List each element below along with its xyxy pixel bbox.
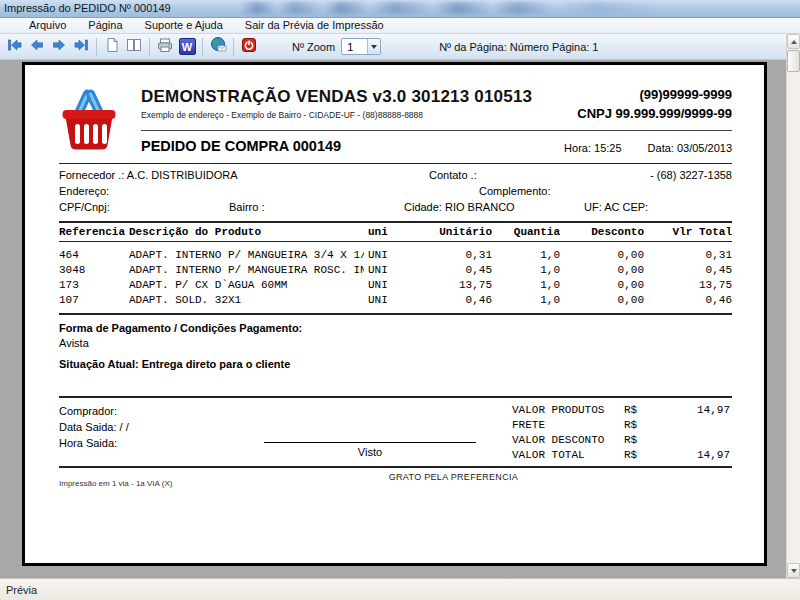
total-label: VALOR PRODUTOS: [512, 403, 624, 418]
last-page-button[interactable]: [70, 37, 92, 57]
payment-label: Forma de Pagamento / Condições Pagamento…: [59, 322, 732, 334]
cell-uni: UNI: [368, 263, 412, 278]
cell-total: 0,46: [648, 293, 732, 308]
first-page-icon: [7, 37, 23, 57]
toolbar-separator: [96, 38, 97, 56]
cell-disc: 0,00: [564, 293, 644, 308]
table-row: 173 ADAPT. P/ CX D`AGUA 60MM UNI 13,75 1…: [59, 278, 732, 293]
cell-unit: 0,45: [416, 263, 492, 278]
printer-icon: [157, 37, 173, 57]
col-uni: uni: [368, 226, 412, 238]
window-title: Impressão do PEDIDO Nº 000149: [4, 2, 171, 14]
export-word-button[interactable]: W: [176, 37, 198, 57]
total-label: VALOR DESCONTO: [512, 433, 624, 448]
vertical-scrollbar[interactable]: [786, 34, 800, 578]
print-copies-note: Impressão em 1 via - 1a VIA (X): [59, 479, 172, 488]
single-page-view-button[interactable]: [101, 37, 123, 57]
company-cnpj: CNPJ 99.999.999/9999-99: [577, 106, 732, 121]
total-currency: R$: [624, 448, 650, 463]
total-currency: R$: [624, 418, 650, 433]
totals-block: VALOR PRODUTOS R$ 14,97 FRETE R$ VALOR D…: [512, 403, 730, 463]
scroll-track[interactable]: [787, 72, 800, 563]
cell-disc: 0,00: [564, 263, 644, 278]
col-quantia: Quantia: [496, 226, 560, 238]
cell-desc: ADAPT. INTERNO P/ MANGUEIRA 3/4 X 1/2': [129, 248, 364, 263]
power-exit-icon: [241, 37, 257, 57]
cell-total: 0,45: [648, 263, 732, 278]
order-time: Hora: 15:25: [564, 142, 621, 154]
next-page-button[interactable]: [48, 37, 70, 57]
payment-section: Forma de Pagamento / Condições Pagamento…: [59, 322, 732, 370]
word-icon: W: [179, 38, 196, 55]
divider: [59, 466, 732, 468]
zoom-value: 1: [342, 41, 367, 53]
total-value: [650, 418, 730, 433]
table-row: 3048 ADAPT. INTERNO P/ MANGUEIRA ROSC. I…: [59, 263, 732, 278]
total-row: VALOR TOTAL R$ 14,97: [512, 448, 730, 463]
total-label: VALOR TOTAL: [512, 448, 624, 463]
app-window: Impressão do PEDIDO Nº 000149 Arquivo Pá…: [0, 0, 800, 600]
signature-area: Visto: [264, 442, 476, 460]
cell-desc: ADAPT. INTERNO P/ MANGUEIRA ROSC. INT. 1…: [129, 263, 364, 278]
next-page-icon: [51, 37, 67, 57]
document-header: DEMONSTRAÇÃO VENDAS v3.0 301213 010513 E…: [59, 87, 732, 154]
toolbar-separator: [149, 38, 150, 56]
col-descricao: Descrição do Produto: [129, 226, 364, 238]
signature-label: Visto: [264, 444, 476, 460]
supplier-uf-cep: UF: AC CEP:: [584, 199, 732, 215]
send-email-globe-icon: [210, 36, 227, 57]
toolbar-separator: [233, 38, 234, 56]
menu-sair-da-previa[interactable]: Sair da Prévia de Impressão: [234, 18, 395, 33]
cell-desc: ADAPT. SOLD. 32X1: [129, 293, 364, 308]
company-title: DEMONSTRAÇÃO VENDAS v3.0 301213 010513: [141, 87, 532, 107]
menu-arquivo[interactable]: Arquivo: [18, 18, 77, 33]
company-contacts: (99)99999-9999 CNPJ 99.999.999/9999-99: [577, 87, 732, 121]
menu-pagina[interactable]: Página: [77, 18, 133, 33]
col-referencia: Referencia: [59, 226, 125, 238]
chevron-down-icon[interactable]: [367, 39, 380, 54]
cell-disc: 0,00: [564, 248, 644, 263]
first-page-button[interactable]: [4, 37, 26, 57]
col-vlr-total: Vlr Total: [648, 226, 732, 238]
cell-desc: ADAPT. P/ CX D`AGUA 60MM: [129, 278, 364, 293]
send-email-button[interactable]: [207, 37, 229, 57]
cell-ref: 464: [59, 248, 125, 263]
cell-unit: 0,31: [416, 248, 492, 263]
cell-unit: 0,46: [416, 293, 492, 308]
scroll-up-button[interactable]: [787, 34, 800, 49]
menu-suporte-e-ajuda[interactable]: Suporte e Ajuda: [134, 18, 234, 33]
two-page-view-button[interactable]: [123, 37, 145, 57]
document-footer: Impressão em 1 via - 1a VIA (X) GRATO PE…: [59, 472, 732, 490]
divider: [59, 163, 732, 164]
print-button[interactable]: [154, 37, 176, 57]
two-page-icon: [126, 37, 142, 57]
title-bar: Impressão do PEDIDO Nº 000149: [0, 0, 800, 18]
order-datetime: Hora: 15:25 Data: 03/05/2013: [564, 142, 732, 154]
total-row: FRETE R$: [512, 418, 730, 433]
col-desconto: Desconto: [564, 226, 644, 238]
previous-page-button[interactable]: [26, 37, 48, 57]
zoom-dropdown[interactable]: 1: [341, 38, 381, 55]
order-date: Data: 03/05/2013: [648, 142, 732, 154]
cell-ref: 3048: [59, 263, 125, 278]
scroll-thumb[interactable]: [787, 50, 800, 72]
total-currency: R$: [624, 403, 650, 418]
order-title: PEDIDO DE COMPRA 000149: [141, 138, 341, 154]
total-row: VALOR PRODUTOS R$ 14,97: [512, 403, 730, 418]
cell-ref: 173: [59, 278, 125, 293]
total-currency: R$: [624, 433, 650, 448]
thanks-note: GRATO PELA PREFERENCIA: [389, 472, 518, 482]
table-row: 107 ADAPT. SOLD. 32X1 UNI 0,46 1,0 0,00 …: [59, 293, 732, 308]
supplier-district: Bairro :: [229, 199, 404, 215]
zoom-label: Nº Zoom: [292, 41, 335, 53]
col-unitario: Unitário: [416, 226, 492, 238]
payment-value: Avista: [59, 337, 732, 349]
cell-uni: UNI: [368, 293, 412, 308]
exit-preview-button[interactable]: [238, 37, 260, 57]
company-address: Exemplo de endereço - Exemplo de Bairro …: [141, 110, 532, 120]
total-row: VALOR DESCONTO R$: [512, 433, 730, 448]
scroll-down-button[interactable]: [787, 563, 800, 578]
supplier-cpf: CPF/Cnpj:: [59, 199, 229, 215]
buyer-label: Comprador:: [59, 403, 129, 419]
company-phone: (99)99999-9999: [577, 87, 732, 102]
